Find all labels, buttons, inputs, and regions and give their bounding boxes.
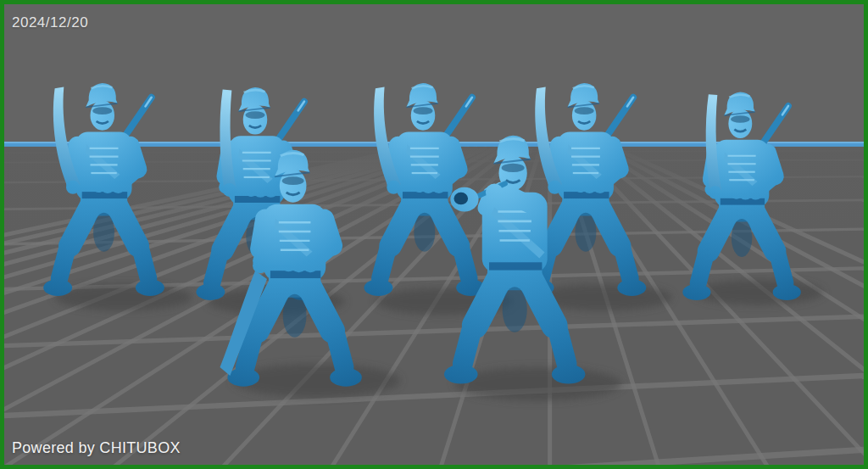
slicer-viewport-frame: 2024/12/20 Powered by CHITUBOX	[0, 0, 868, 469]
miniature-cavalry-trooper-5[interactable]	[682, 92, 800, 300]
chitubox-watermark: Powered by CHITUBOX	[12, 439, 181, 457]
miniature-figures-layer	[4, 4, 864, 465]
date-label: 2024/12/20	[12, 14, 88, 31]
miniature-cavalry-trooper-1[interactable]	[43, 83, 164, 296]
3d-scene-canvas[interactable]	[4, 4, 864, 465]
